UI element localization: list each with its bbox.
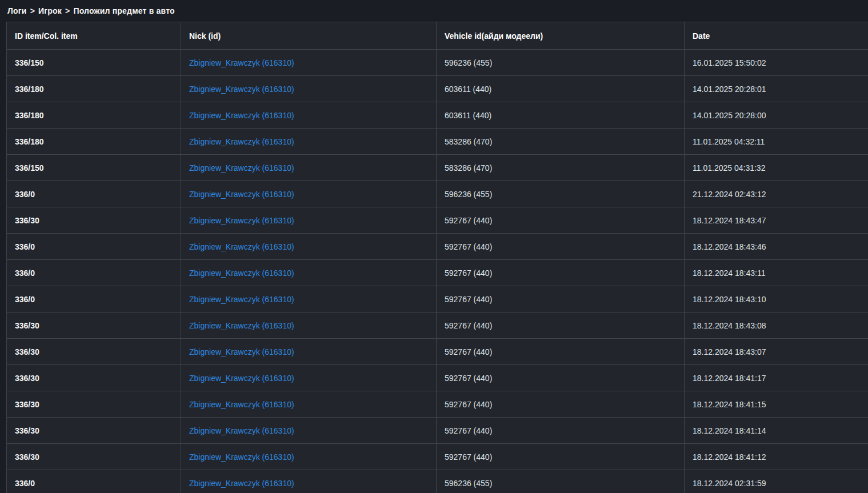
nick-link[interactable]: Zbigniew_Krawczyk (616310) xyxy=(189,242,294,251)
cell-vehicle-id: 592767 (440) xyxy=(437,286,685,312)
table-row: 336/30Zbigniew_Krawczyk (616310)592767 (… xyxy=(7,339,868,365)
nick-link[interactable]: Zbigniew_Krawczyk (616310) xyxy=(189,58,294,67)
cell-vehicle-id: 592767 (440) xyxy=(437,260,685,286)
table-row: 336/0Zbigniew_Krawczyk (616310)592767 (4… xyxy=(7,234,868,260)
table-row: 336/0Zbigniew_Krawczyk (616310)592767 (4… xyxy=(7,286,868,312)
cell-item-id: 336/30 xyxy=(7,444,181,470)
breadcrumb-separator: > xyxy=(30,6,35,15)
cell-vehicle-id: 592767 (440) xyxy=(437,339,685,365)
column-header-vehicle-id: Vehicle id(айди модеели) xyxy=(437,22,685,50)
cell-date: 18.12.2024 18:43:08 xyxy=(685,312,868,339)
cell-item-id: 336/180 xyxy=(7,129,181,155)
cell-nick: Zbigniew_Krawczyk (616310) xyxy=(181,50,437,76)
cell-item-id: 336/30 xyxy=(7,207,181,234)
cell-date: 11.01.2025 04:31:32 xyxy=(685,155,868,181)
table-row: 336/30Zbigniew_Krawczyk (616310)592767 (… xyxy=(7,365,868,391)
cell-nick: Zbigniew_Krawczyk (616310) xyxy=(181,339,437,365)
nick-link[interactable]: Zbigniew_Krawczyk (616310) xyxy=(189,268,294,278)
cell-vehicle-id: 583286 (470) xyxy=(437,129,685,155)
cell-date: 18.12.2024 18:43:07 xyxy=(685,339,868,365)
table-row: 336/150Zbigniew_Krawczyk (616310)596236 … xyxy=(7,50,868,76)
cell-vehicle-id: 596236 (455) xyxy=(437,181,685,207)
table-row: 336/30Zbigniew_Krawczyk (616310)592767 (… xyxy=(7,391,868,418)
nick-link[interactable]: Zbigniew_Krawczyk (616310) xyxy=(189,452,294,462)
column-header-id-item: ID item/Col. item xyxy=(7,22,181,50)
table-row: 336/0Zbigniew_Krawczyk (616310)592767 (4… xyxy=(7,260,868,286)
nick-link[interactable]: Zbigniew_Krawczyk (616310) xyxy=(189,111,294,120)
table-row: 336/180Zbigniew_Krawczyk (616310)583286 … xyxy=(7,129,868,155)
breadcrumb-item-current: Положил предмет в авто xyxy=(73,6,174,15)
nick-link[interactable]: Zbigniew_Krawczyk (616310) xyxy=(189,374,294,383)
cell-item-id: 336/30 xyxy=(7,312,181,339)
cell-date: 18.12.2024 18:41:17 xyxy=(685,365,868,391)
cell-date: 18.12.2024 18:43:11 xyxy=(685,260,868,286)
nick-link[interactable]: Zbigniew_Krawczyk (616310) xyxy=(189,321,294,330)
cell-item-id: 336/150 xyxy=(7,155,181,181)
cell-nick: Zbigniew_Krawczyk (616310) xyxy=(181,155,437,181)
log-table-container: ID item/Col. item Nick (id) Vehicle id(а… xyxy=(6,22,868,493)
cell-nick: Zbigniew_Krawczyk (616310) xyxy=(181,102,437,129)
nick-link[interactable]: Zbigniew_Krawczyk (616310) xyxy=(189,347,294,356)
table-row: 336/30Zbigniew_Krawczyk (616310)592767 (… xyxy=(7,312,868,339)
breadcrumb-item-logs[interactable]: Логи xyxy=(7,6,27,15)
nick-link[interactable]: Zbigniew_Krawczyk (616310) xyxy=(189,479,294,488)
cell-nick: Zbigniew_Krawczyk (616310) xyxy=(181,286,437,312)
nick-link[interactable]: Zbigniew_Krawczyk (616310) xyxy=(189,137,294,146)
nick-link[interactable]: Zbigniew_Krawczyk (616310) xyxy=(189,216,294,225)
table-row: 336/180Zbigniew_Krawczyk (616310)603611 … xyxy=(7,102,868,129)
cell-vehicle-id: 596236 (455) xyxy=(437,50,685,76)
breadcrumb-item-player[interactable]: Игрок xyxy=(38,6,62,15)
nick-link[interactable]: Zbigniew_Krawczyk (616310) xyxy=(189,295,294,304)
nick-link[interactable]: Zbigniew_Krawczyk (616310) xyxy=(189,400,294,409)
table-row: 336/30Zbigniew_Krawczyk (616310)592767 (… xyxy=(7,207,868,234)
cell-date: 18.12.2024 02:31:59 xyxy=(685,470,868,493)
cell-vehicle-id: 592767 (440) xyxy=(437,312,685,339)
column-header-nick: Nick (id) xyxy=(181,22,437,50)
cell-vehicle-id: 592767 (440) xyxy=(437,418,685,444)
cell-nick: Zbigniew_Krawczyk (616310) xyxy=(181,444,437,470)
cell-nick: Zbigniew_Krawczyk (616310) xyxy=(181,76,437,102)
cell-nick: Zbigniew_Krawczyk (616310) xyxy=(181,470,437,493)
cell-item-id: 336/0 xyxy=(7,286,181,312)
cell-item-id: 336/30 xyxy=(7,391,181,418)
cell-date: 18.12.2024 18:41:15 xyxy=(685,391,868,418)
cell-nick: Zbigniew_Krawczyk (616310) xyxy=(181,260,437,286)
nick-link[interactable]: Zbigniew_Krawczyk (616310) xyxy=(189,85,294,94)
table-row: 336/180Zbigniew_Krawczyk (616310)603611 … xyxy=(7,76,868,102)
cell-vehicle-id: 592767 (440) xyxy=(437,391,685,418)
cell-date: 21.12.2024 02:43:12 xyxy=(685,181,868,207)
cell-item-id: 336/30 xyxy=(7,365,181,391)
nick-link[interactable]: Zbigniew_Krawczyk (616310) xyxy=(189,190,294,199)
cell-nick: Zbigniew_Krawczyk (616310) xyxy=(181,365,437,391)
cell-item-id: 336/180 xyxy=(7,76,181,102)
cell-nick: Zbigniew_Krawczyk (616310) xyxy=(181,129,437,155)
nick-link[interactable]: Zbigniew_Krawczyk (616310) xyxy=(189,426,294,435)
log-table: ID item/Col. item Nick (id) Vehicle id(а… xyxy=(6,22,868,493)
breadcrumb: Логи > Игрок > Положил предмет в авто xyxy=(0,0,868,22)
cell-nick: Zbigniew_Krawczyk (616310) xyxy=(181,181,437,207)
nick-link[interactable]: Zbigniew_Krawczyk (616310) xyxy=(189,163,294,173)
cell-nick: Zbigniew_Krawczyk (616310) xyxy=(181,312,437,339)
cell-item-id: 336/0 xyxy=(7,181,181,207)
cell-vehicle-id: 592767 (440) xyxy=(437,365,685,391)
cell-date: 18.12.2024 18:43:10 xyxy=(685,286,868,312)
cell-vehicle-id: 592767 (440) xyxy=(437,444,685,470)
cell-item-id: 336/0 xyxy=(7,470,181,493)
cell-vehicle-id: 603611 (440) xyxy=(437,102,685,129)
table-row: 336/0Zbigniew_Krawczyk (616310)596236 (4… xyxy=(7,470,868,493)
cell-vehicle-id: 596236 (455) xyxy=(437,470,685,493)
cell-vehicle-id: 592767 (440) xyxy=(437,207,685,234)
cell-nick: Zbigniew_Krawczyk (616310) xyxy=(181,391,437,418)
cell-date: 18.12.2024 18:41:14 xyxy=(685,418,868,444)
cell-item-id: 336/0 xyxy=(7,260,181,286)
cell-vehicle-id: 592767 (440) xyxy=(437,234,685,260)
cell-item-id: 336/150 xyxy=(7,50,181,76)
cell-date: 11.01.2025 04:32:11 xyxy=(685,129,868,155)
table-row: 336/150Zbigniew_Krawczyk (616310)583286 … xyxy=(7,155,868,181)
column-header-date: Date xyxy=(685,22,868,50)
table-row: 336/0Zbigniew_Krawczyk (616310)596236 (4… xyxy=(7,181,868,207)
breadcrumb-separator: > xyxy=(65,6,70,15)
cell-nick: Zbigniew_Krawczyk (616310) xyxy=(181,207,437,234)
cell-item-id: 336/0 xyxy=(7,234,181,260)
cell-item-id: 336/30 xyxy=(7,418,181,444)
